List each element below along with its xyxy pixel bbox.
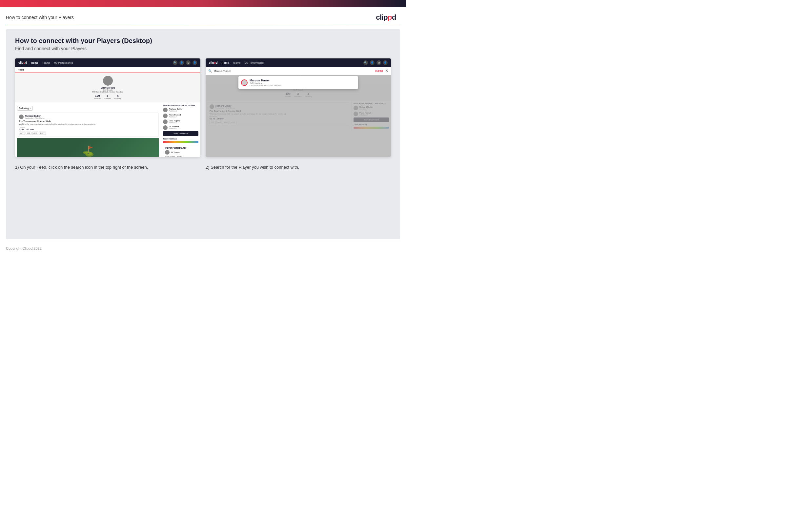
screenshot-2: clippd Home Teams My Performance 🔍 👤 ⚙ 👤…	[206, 58, 391, 157]
app-navbar-2: clippd Home Teams My Performance 🔍 👤 ⚙ 👤	[206, 58, 391, 67]
screenshot-2-body: Feed Blair McHarg Golf Coach 129 Activit…	[206, 67, 391, 157]
player-perf-row: Eli Vincent	[165, 150, 196, 155]
stat-followers-num: 3	[104, 94, 111, 97]
player-info-3: Hiral Pujara Activities: 3	[169, 120, 180, 124]
activity-title-1: Pre Tournament Course Walk	[19, 120, 157, 122]
nav-teams-2[interactable]: Teams	[233, 61, 241, 64]
activity-avatar-1	[19, 115, 23, 119]
most-active-title-1: Most Active Players - Last 30 days	[163, 104, 198, 106]
result-club: Cypress Point Club, United Kingdom	[249, 84, 281, 86]
team-dashboard-btn-1[interactable]: Team Dashboard	[163, 131, 198, 136]
settings-icon[interactable]: ⚙	[186, 60, 191, 65]
player-acts-4: Activities: 1	[169, 128, 179, 130]
player-perf-section-1: Player Performance Eli Vincent Total Pla…	[163, 145, 198, 157]
stat-following-label: Following	[114, 97, 121, 99]
heatmap-bar-1	[163, 141, 198, 143]
player-acts-2: Activities: 4	[169, 116, 181, 118]
avatar-icon[interactable]: 👤	[192, 60, 197, 65]
step2-description: 2) Search for the Player you wish to con…	[206, 164, 391, 171]
player-perf-title-1: Player Performance	[165, 147, 196, 149]
player-item-1: Richard Butler Activities: 7	[163, 108, 198, 112]
search-input-2[interactable]: Marcus Turner	[214, 70, 373, 73]
page-title: How to connect with your Players	[6, 15, 74, 20]
player-item-4: Eli Vincent Activities: 1	[163, 125, 198, 130]
activity-user-1: Richard Butler Yesterday · The Grove	[19, 115, 157, 119]
tag-putt: PUTT	[39, 132, 46, 135]
nav-home-1[interactable]: Home	[31, 61, 38, 64]
activity-card-1: Richard Butler Yesterday · The Grove Pre…	[17, 113, 159, 137]
player-avatar-2	[163, 114, 168, 118]
avatar-icon-2[interactable]: 👤	[383, 60, 388, 65]
footer: Copyright Clippd 2022	[0, 243, 406, 254]
stat-activities-num: 129	[94, 94, 101, 97]
player-avatar-1	[163, 108, 168, 112]
player-info-4: Eli Vincent Activities: 1	[169, 126, 179, 130]
app-content-1: Feed Blair McHarg Golf Coach Mill Ride G…	[15, 67, 200, 157]
feed-right-1: Most Active Players - Last 30 days Richa…	[161, 102, 200, 157]
copyright-text: Copyright Clippd 2022	[6, 247, 42, 250]
header-divider	[6, 25, 400, 25]
nav-home-2[interactable]: Home	[222, 61, 229, 64]
screenshots-row: clippd Home Teams My Performance 🔍 👤 ⚙ 👤…	[15, 58, 391, 157]
following-btn[interactable]: Following ▾	[17, 106, 33, 111]
profile-club-1: Mill Ride Golf Club, United Kingdom	[92, 91, 124, 93]
nav-icons-1: 🔍 👤 ⚙ 👤	[173, 60, 197, 65]
nav-performance-1[interactable]: My Performance	[54, 61, 73, 64]
app-navbar-1: clippd Home Teams My Performance 🔍 👤 ⚙ 👤	[15, 58, 200, 67]
nav-performance-2[interactable]: My Performance	[244, 61, 264, 64]
close-btn-2[interactable]: ✕	[385, 69, 388, 73]
player-info-2: Piers Parnell Activities: 4	[169, 114, 181, 118]
player-info-1: Richard Butler Activities: 7	[169, 108, 182, 112]
person-icon-2[interactable]: 👤	[370, 60, 375, 65]
screenshot-1: clippd Home Teams My Performance 🔍 👤 ⚙ 👤…	[15, 58, 200, 157]
main-content: How to connect with your Players (Deskto…	[6, 29, 400, 239]
player-item-2: Piers Parnell Activities: 4	[163, 114, 198, 118]
total-quality-label: Total Player Quality	[165, 156, 196, 157]
stat-followers-label: Followers	[104, 97, 111, 99]
search-results-2: Marcus Turner 1-5 Handicap Cypress Point…	[238, 76, 358, 89]
tag-ott: OTT	[19, 132, 25, 135]
duration-val-1: 02 hr : 00 min	[19, 128, 157, 131]
steps-row: 1) On your Feed, click on the search ico…	[15, 164, 391, 171]
clear-btn-2[interactable]: CLEAR	[375, 70, 383, 72]
player-perf-name: Eli Vincent	[171, 151, 180, 153]
result-name: Marcus Turner	[249, 79, 281, 82]
profile-avatar-1	[103, 76, 113, 86]
feed-columns-1: Following ▾ Richard Butler Yesterday · T…	[15, 102, 200, 157]
tag-app: APP	[26, 132, 32, 135]
logo: clippd	[376, 13, 396, 22]
activity-meta-1: Yesterday · The Grove	[25, 117, 45, 119]
stat-followers: 3 Followers	[104, 94, 111, 99]
tag-row-1: OTT APP ARG PUTT	[19, 132, 157, 135]
search-icon-2[interactable]: 🔍	[363, 60, 368, 65]
player-avatar-3	[163, 120, 168, 124]
search-icon-bar: 🔍	[208, 69, 212, 73]
stat-activities: 129 Activities	[94, 94, 101, 99]
profile-name-1: Blair McHarg	[101, 87, 115, 89]
person-icon[interactable]: 👤	[179, 60, 184, 65]
player-acts-1: Activities: 7	[169, 110, 182, 112]
feed-left-1: Following ▾ Richard Butler Yesterday · T…	[15, 102, 161, 157]
search-bar-2: 🔍 Marcus Turner CLEAR ✕	[206, 67, 391, 75]
player-item-3: Hiral Pujara Activities: 3	[163, 120, 198, 124]
result-handicap: 1-5 Handicap	[249, 82, 281, 84]
player-perf-avatar	[165, 150, 170, 155]
profile-stats-1: 129 Activities 3 Followers 4 Following	[94, 94, 121, 99]
settings-icon-2[interactable]: ⚙	[377, 60, 381, 65]
search-result-row: Marcus Turner 1-5 Handicap Cypress Point…	[241, 79, 355, 86]
search-icon[interactable]: 🔍	[173, 60, 178, 65]
feed-label-1[interactable]: Feed	[15, 67, 200, 73]
player-avatar-4	[163, 125, 168, 130]
golfer-icon: ⛳	[82, 145, 94, 157]
section-title: How to connect with your Players (Deskto…	[15, 37, 391, 45]
nav-icons-2: 🔍 👤 ⚙ 👤	[363, 60, 388, 65]
step1-description: 1) On your Feed, click on the search ico…	[15, 164, 200, 171]
tag-arg: ARG	[32, 132, 38, 135]
profile-section-1: Blair McHarg Golf Coach Mill Ride Golf C…	[15, 73, 200, 102]
app-logo-2: clippd	[209, 61, 218, 64]
section-subtitle: Find and connect with your Players	[15, 46, 391, 51]
activity-desc-1: Walking the course with my coach to buil…	[19, 123, 157, 126]
stat-following: 4 Following	[114, 94, 121, 99]
nav-teams-1[interactable]: Teams	[42, 61, 50, 64]
result-info: Marcus Turner 1-5 Handicap Cypress Point…	[249, 79, 281, 86]
